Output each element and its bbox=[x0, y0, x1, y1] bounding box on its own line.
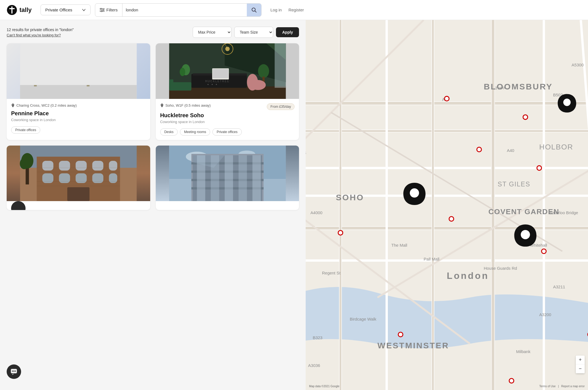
svg-rect-89 bbox=[225, 155, 233, 201]
location-icon-2 bbox=[160, 104, 164, 108]
svg-point-55 bbox=[162, 104, 162, 105]
svg-point-144 bbox=[398, 332, 403, 337]
card-pennine-place[interactable]: Charing Cross, WC2 (0.2 miles away) Penn… bbox=[7, 43, 150, 140]
svg-text:Milbank: Milbank bbox=[516, 349, 531, 354]
svg-text:A4000: A4000 bbox=[311, 210, 323, 215]
search-bar: Filters bbox=[95, 3, 262, 17]
svg-point-6 bbox=[101, 11, 102, 12]
card-body-pennine: Charing Cross, WC2 (0.2 miles away) Penn… bbox=[7, 99, 150, 138]
svg-point-5 bbox=[103, 9, 104, 11]
header: tally Private Offices Filters Log i bbox=[0, 0, 588, 20]
card-subtitle-huckletree: Coworking space in London bbox=[160, 120, 295, 124]
report-link[interactable]: Report a map error bbox=[561, 385, 585, 388]
svg-point-160 bbox=[15, 371, 16, 372]
svg-text:COVENT GARDEN: COVENT GARDEN bbox=[489, 208, 559, 216]
svg-rect-42 bbox=[213, 69, 228, 78]
modern-building-svg bbox=[156, 146, 299, 201]
svg-rect-50 bbox=[169, 79, 173, 88]
apply-button[interactable]: Apply bbox=[276, 27, 299, 37]
svg-rect-91 bbox=[252, 155, 261, 201]
zoom-out-button[interactable]: − bbox=[576, 364, 585, 373]
logo-text: tally bbox=[19, 6, 32, 14]
huckletree-interior-svg: HUCKLETREE bbox=[156, 43, 299, 99]
nav-links: Log in Register bbox=[270, 8, 304, 12]
svg-point-158 bbox=[12, 371, 13, 372]
card-subtitle-pennine: Coworking space in London bbox=[11, 118, 146, 122]
svg-rect-51 bbox=[275, 43, 286, 88]
card-4[interactable] bbox=[156, 146, 299, 210]
tag-desks: Desks bbox=[160, 128, 178, 136]
main-layout: 12 results for private offices in "londo… bbox=[0, 20, 588, 390]
results-count: 12 results for private offices in "londo… bbox=[7, 28, 189, 32]
svg-point-46 bbox=[180, 68, 185, 76]
svg-point-138 bbox=[523, 115, 528, 119]
register-link[interactable]: Register bbox=[288, 8, 304, 12]
svg-text:Regent St: Regent St bbox=[322, 271, 341, 275]
card-tags-huckletree: Desks Meeting rooms Private offices bbox=[160, 128, 295, 136]
card-location-pennine: Charing Cross, WC2 (0.2 miles away) bbox=[11, 103, 146, 108]
svg-point-60 bbox=[20, 158, 29, 169]
brick-building-svg bbox=[7, 146, 150, 201]
svg-point-143 bbox=[542, 249, 546, 254]
svg-text:Birdcage Walk: Birdcage Walk bbox=[350, 317, 376, 321]
map-panel: A40 A40 B502 A5300 A5204 A40 A4000 A4 Re… bbox=[306, 20, 588, 390]
zoom-in-button[interactable]: + bbox=[576, 356, 585, 364]
svg-point-141 bbox=[449, 217, 454, 221]
card-image-3 bbox=[7, 146, 150, 201]
tag-meeting-rooms: Meeting rooms bbox=[180, 128, 210, 136]
map-svg: A40 A40 B502 A5300 A5204 A40 A4000 A4 Re… bbox=[306, 20, 588, 390]
map-attribution: Map data ©2021 Google Terms of Use | Rep… bbox=[306, 385, 588, 388]
svg-text:HUCKLETREE: HUCKLETREE bbox=[205, 80, 229, 83]
results-panel: 12 results for private offices in "londo… bbox=[0, 20, 306, 390]
svg-rect-62 bbox=[42, 161, 53, 171]
card-body-4 bbox=[156, 201, 299, 210]
max-price-select[interactable]: Max Price bbox=[193, 27, 232, 38]
svg-point-159 bbox=[13, 371, 14, 372]
svg-text:London: London bbox=[447, 271, 489, 281]
card-huckletree-soho[interactable]: HUCKLETREE bbox=[156, 43, 299, 140]
svg-point-4 bbox=[100, 8, 102, 9]
svg-text:A5300: A5300 bbox=[572, 62, 584, 67]
svg-point-48 bbox=[247, 74, 258, 91]
card-3[interactable] bbox=[7, 146, 150, 210]
card-location-price-huckletree: Soho, W1F (0.5 miles away) From £35/day bbox=[160, 103, 295, 110]
map-data-text: Map data ©2021 Google bbox=[309, 385, 339, 388]
location-icon bbox=[11, 104, 15, 108]
svg-text:HOLBOR: HOLBOR bbox=[539, 143, 573, 151]
svg-text:A3036: A3036 bbox=[308, 363, 320, 368]
logo[interactable]: tally bbox=[7, 5, 32, 15]
terms-link[interactable]: Terms of Use bbox=[539, 385, 556, 388]
cant-find-link[interactable]: Can't find what you're looking for? bbox=[7, 33, 189, 37]
svg-text:Pall Mall: Pall Mall bbox=[424, 257, 439, 261]
filters-button[interactable]: Filters bbox=[95, 4, 122, 16]
chat-button[interactable] bbox=[7, 364, 21, 379]
chat-icon bbox=[10, 368, 17, 375]
svg-point-38 bbox=[207, 84, 208, 85]
search-icon bbox=[251, 7, 257, 13]
team-size-select[interactable]: Team Size bbox=[234, 27, 273, 38]
type-dropdown[interactable]: Private Offices bbox=[41, 4, 91, 15]
login-link[interactable]: Log in bbox=[270, 8, 282, 12]
filters-label: Filters bbox=[106, 8, 118, 12]
svg-rect-29 bbox=[20, 43, 137, 85]
svg-point-140 bbox=[537, 166, 542, 170]
card-title-huckletree: Huckletree Soho bbox=[160, 112, 295, 119]
tag-private-offices-2: Private offices bbox=[212, 128, 242, 136]
svg-text:A5204: A5204 bbox=[306, 150, 306, 155]
svg-point-142 bbox=[338, 231, 343, 235]
map-terms-links: Terms of Use | Report a map error bbox=[539, 385, 585, 388]
svg-point-39 bbox=[212, 84, 213, 85]
svg-text:WESTMINSTER: WESTMINSTER bbox=[378, 341, 449, 350]
search-button[interactable] bbox=[247, 4, 261, 16]
card-image-pennine bbox=[7, 43, 150, 99]
svg-point-154 bbox=[563, 99, 571, 106]
search-input[interactable] bbox=[122, 8, 247, 12]
svg-point-54 bbox=[225, 47, 230, 51]
svg-rect-90 bbox=[238, 155, 247, 201]
svg-rect-72 bbox=[67, 187, 89, 201]
card-image-4 bbox=[156, 146, 299, 201]
filter-controls: Max Price Team Size Apply bbox=[193, 27, 299, 38]
card-body-3 bbox=[7, 201, 150, 210]
svg-text:B323: B323 bbox=[313, 335, 323, 340]
svg-point-137 bbox=[444, 96, 449, 101]
